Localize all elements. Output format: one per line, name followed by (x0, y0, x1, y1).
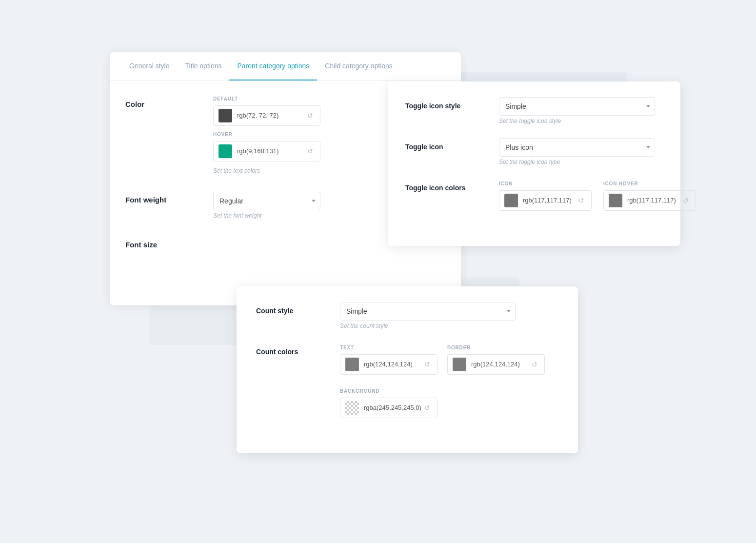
count-border-color-value: rgb(124,124,124) (471, 361, 530, 368)
count-background-color-value: rgba(245,245,245,0) (364, 404, 422, 411)
icon-reset-icon[interactable]: ↺ (577, 196, 586, 205)
toggle-icon-card: Toggle icon style Simple Set the toggle … (388, 81, 680, 246)
toggle-icon-colors-label: Toggle icon colors (405, 179, 483, 192)
default-color-value: rgb(72, 72, 72) (237, 112, 305, 119)
count-background-swatch (345, 401, 359, 415)
count-text-swatch (345, 358, 359, 371)
hover-reset-icon[interactable]: ↺ (305, 146, 315, 156)
count-text-color-row[interactable]: rgb(124,124,124) ↺ (340, 354, 438, 375)
count-style-select[interactable]: Simple (340, 302, 516, 321)
toggle-icon-colors-section: Toggle icon colors ICON rgb(117,117,117)… (405, 179, 663, 217)
font-size-label: Font size (125, 237, 213, 249)
icon-hover-color-row[interactable]: rgb(117,117,117) ↺ (603, 190, 696, 211)
count-border-swatch (453, 358, 466, 371)
count-style-control: Simple Set the count style (340, 302, 558, 329)
toggle-icon-colors-row: Toggle icon colors ICON rgb(117,117,117)… (405, 179, 663, 217)
color-label: Color (125, 96, 213, 108)
toggle-icon-section: Toggle icon Plus icon Set the toggle ico… (405, 138, 663, 165)
icon-color-swatch (504, 194, 518, 207)
count-border-label: BORDER (447, 345, 545, 350)
toggle-icon-style-label: Toggle icon style (405, 97, 483, 110)
count-style-section: Count style Simple Set the count style (256, 302, 558, 329)
count-card: Count style Simple Set the count style C… (237, 286, 578, 453)
icon-color-row[interactable]: rgb(117,117,117) ↺ (499, 190, 592, 211)
icon-color-group: ICON rgb(117,117,117) ↺ (499, 181, 592, 217)
toggle-icon-select-wrap: Plus icon (499, 138, 655, 157)
count-background-wrapper: BACKGROUND rgba(245,245,245,0) ↺ (340, 388, 558, 418)
icon-hover-color-swatch (609, 194, 622, 207)
toggle-icon-style-select-wrap: Simple (499, 97, 655, 116)
tabs-bar: General style Title options Parent categ… (110, 52, 461, 80)
hover-color-value: rgb(9,168,131) (237, 147, 305, 155)
icon-colors-pairs: ICON rgb(117,117,117) ↺ ICON HOVER (499, 181, 696, 217)
count-background-reset-icon[interactable]: ↺ (422, 403, 432, 413)
count-border-color-group: BORDER rgb(124,124,124) ↺ (447, 345, 545, 381)
count-border-color-row[interactable]: rgb(124,124,124) ↺ (447, 354, 545, 375)
count-style-select-wrap: Simple (340, 302, 516, 321)
toggle-icon-control: Plus icon Set the toggle icon type (499, 138, 663, 165)
count-colors-label: Count colors (256, 343, 324, 356)
font-weight-select-wrap: Regular (213, 192, 320, 210)
count-colors-pairs: TEXT rgb(124,124,124) ↺ BORDER (340, 345, 558, 381)
toggle-icon-label: Toggle icon (405, 138, 483, 151)
count-style-label: Count style (256, 302, 324, 315)
count-colors-control: TEXT rgb(124,124,124) ↺ BORDER (340, 343, 558, 424)
count-style-row: Count style Simple Set the count style (256, 302, 558, 329)
icon-hover-reset-icon[interactable]: ↺ (681, 196, 691, 205)
count-text-color-value: rgb(124,124,124) (364, 361, 422, 368)
icon-hover-color-group: ICON HOVER rgb(117,117,117) ↺ (603, 181, 696, 217)
toggle-icon-style-control: Simple Set the toggle icon style (499, 97, 663, 124)
hover-color-swatch (219, 144, 232, 158)
font-weight-label: Font weight (125, 192, 213, 204)
tab-child-category-options[interactable]: Child category options (317, 52, 400, 80)
hover-color-row[interactable]: rgb(9,168,131) ↺ (213, 141, 320, 161)
default-reset-icon[interactable]: ↺ (305, 111, 315, 121)
count-text-label: TEXT (340, 345, 438, 350)
count-colors-row: Count colors TEXT rgb(124,124,124) ↺ (256, 343, 558, 424)
icon-hover-color-value: rgb(117,117,117) (627, 197, 681, 204)
count-text-color-group: TEXT rgb(124,124,124) ↺ (340, 345, 438, 381)
count-style-helper: Set the count style (340, 322, 558, 329)
count-background-label: BACKGROUND (340, 388, 558, 394)
toggle-icon-select[interactable]: Plus icon (499, 138, 655, 157)
count-colors-section: Count colors TEXT rgb(124,124,124) ↺ (256, 343, 558, 424)
icon-label: ICON (499, 181, 592, 186)
toggle-icon-style-helper: Set the toggle icon style (499, 118, 663, 124)
default-color-swatch (219, 109, 232, 122)
count-background-color-row[interactable]: rgba(245,245,245,0) ↺ (340, 398, 438, 418)
default-color-row[interactable]: rgb(72, 72, 72) ↺ (213, 105, 320, 126)
count-border-reset-icon[interactable]: ↺ (530, 360, 539, 369)
toggle-icon-helper: Set the toggle icon type (499, 159, 663, 165)
toggle-icon-row: Toggle icon Plus icon Set the toggle ico… (405, 138, 663, 165)
toggle-icon-style-section: Toggle icon style Simple Set the toggle … (405, 97, 663, 124)
icon-color-value: rgb(117,117,117) (523, 197, 577, 204)
tab-general-style[interactable]: General style (121, 52, 177, 80)
tab-title-options[interactable]: Title options (177, 52, 229, 80)
count-text-reset-icon[interactable]: ↺ (422, 360, 432, 369)
toggle-icon-colors-control: ICON rgb(117,117,117) ↺ ICON HOVER (499, 179, 696, 217)
icon-hover-label: ICON HOVER (603, 181, 696, 186)
toggle-icon-style-select[interactable]: Simple (499, 97, 655, 116)
toggle-icon-style-row: Toggle icon style Simple Set the toggle … (405, 97, 663, 124)
font-weight-select[interactable]: Regular (213, 192, 320, 210)
tab-parent-category-options[interactable]: Parent category options (229, 52, 317, 80)
